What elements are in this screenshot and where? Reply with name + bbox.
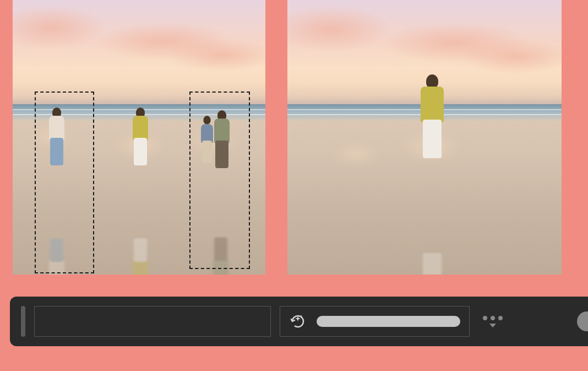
image-panel-before[interactable]	[13, 0, 265, 275]
chevron-down-icon	[489, 324, 496, 327]
person-remaining	[417, 74, 447, 160]
person-4	[211, 110, 233, 171]
generate-button-label	[317, 316, 460, 327]
image-panel-after[interactable]	[287, 0, 562, 275]
sky-clouds	[13, 0, 265, 110]
person-remaining-reflection	[417, 252, 447, 275]
more-options[interactable]	[483, 316, 503, 327]
person-4-reflection	[210, 235, 232, 275]
sparkle-refresh-icon	[289, 313, 307, 330]
generate-action-box[interactable]	[280, 306, 470, 337]
generative-fill-toolbar	[10, 297, 588, 346]
more-dots-icon	[483, 316, 503, 320]
toolbar-drag-handle[interactable]	[21, 306, 25, 337]
toolbar-right-control[interactable]	[577, 311, 588, 331]
prompt-input[interactable]	[34, 306, 271, 337]
person-1-reflection	[46, 236, 68, 275]
person-1	[46, 107, 68, 168]
person-2	[129, 107, 151, 168]
person-2-reflection	[129, 236, 151, 275]
